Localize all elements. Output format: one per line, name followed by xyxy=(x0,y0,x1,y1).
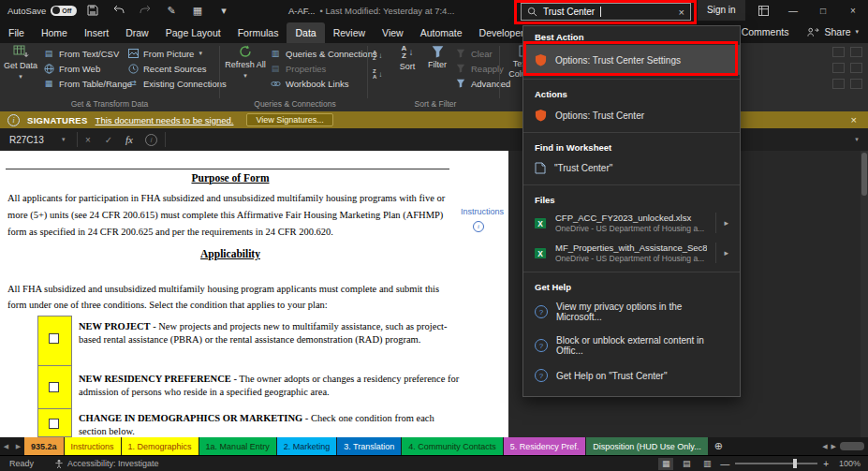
add-sheet-icon[interactable]: ⊕ xyxy=(709,437,728,455)
clear-filter-icon xyxy=(455,49,466,58)
enter-icon[interactable]: ✓ xyxy=(98,135,119,145)
normal-view-icon[interactable]: ▦ xyxy=(658,458,673,470)
sheet-tab-marketing[interactable]: 2. Marketing xyxy=(277,437,337,455)
get-data-button[interactable]: Get Data ▾ xyxy=(2,45,39,97)
tab-scroll-left-icon[interactable]: ◀ xyxy=(0,437,12,455)
page-layout-view-icon[interactable]: ▤ xyxy=(679,458,694,470)
last-modified-text: • Last Modified: Yesterday at 7:4... xyxy=(320,6,455,16)
queries-connections-button[interactable]: ▥Queries & Connections xyxy=(270,48,377,59)
customize-qat-icon[interactable]: ▾ xyxy=(217,5,230,17)
sort-z-to-a-button[interactable]: ZA↓ xyxy=(373,68,382,80)
filter-button[interactable]: Filter xyxy=(423,45,451,97)
ribbon-tab-data[interactable]: Data xyxy=(287,22,324,43)
sheet-tab-935-2a[interactable]: 935.2a xyxy=(24,437,64,455)
existing-connections-button[interactable]: ⇄Existing Connections xyxy=(127,78,227,89)
view-signatures-button[interactable]: View Signatures... xyxy=(246,113,332,126)
recent-sources-button[interactable]: Recent Sources xyxy=(127,63,227,74)
sheet-tab-translation[interactable]: 3. Translation xyxy=(337,437,401,455)
draw-pen-icon[interactable]: ✎ xyxy=(165,5,178,17)
sign-in-button[interactable]: Sign in xyxy=(698,0,745,21)
ribbon-tab-insert[interactable]: Insert xyxy=(76,22,117,43)
help-get-help-trust-center[interactable]: ? Get Help on "Trust Center" xyxy=(523,362,740,389)
horizontal-scrollbar-thumb[interactable] xyxy=(840,442,864,450)
insert-function-icon[interactable]: fx xyxy=(119,134,140,145)
close-button[interactable]: × xyxy=(838,0,868,21)
hscroll-left-icon[interactable]: ◀ xyxy=(822,443,827,450)
worksheet[interactable]: Purpose of Form All applicants for parti… xyxy=(0,151,508,437)
sheet-tab-community-contacts[interactable]: 4. Community Contacts xyxy=(402,437,503,455)
search-input[interactable]: Trust Center × xyxy=(521,3,691,21)
sheet-tab-instructions[interactable]: Instructions xyxy=(65,437,121,455)
tab-scroll-right-icon[interactable]: ▶ xyxy=(12,437,24,455)
accessibility-checker-button[interactable]: Accessibility: Investigate xyxy=(54,459,159,469)
from-picture-button[interactable]: From Picture▾ xyxy=(127,48,227,59)
zoom-level[interactable]: 100% xyxy=(834,459,861,468)
sheet-tab-disposition[interactable]: Disposition (HUD Use Only... xyxy=(586,437,707,455)
ribbon-tab-review[interactable]: Review xyxy=(325,22,374,43)
sort-button[interactable]: AZ↓ Sort xyxy=(393,45,421,97)
from-table-range-button[interactable]: ▦From Table/Range xyxy=(43,78,132,89)
vertical-scrollbar[interactable] xyxy=(861,151,868,437)
picture-icon xyxy=(127,49,139,58)
workbook-links-button[interactable]: Workbook Links xyxy=(270,78,377,89)
minimize-button[interactable]: — xyxy=(778,0,808,21)
refresh-all-button[interactable]: Refresh All ▾ xyxy=(225,45,266,97)
sheet-tab-manual-entry[interactable]: 1a. Manual Entry xyxy=(199,437,276,455)
instructions-info-icon[interactable]: i xyxy=(473,221,484,232)
cancel-icon[interactable]: × xyxy=(78,135,98,145)
redo-icon[interactable] xyxy=(139,5,152,16)
reapply-filter-button[interactable]: Reapply xyxy=(455,63,510,74)
share-button[interactable]: Share ▾ xyxy=(798,21,868,43)
autosave-control[interactable]: AutoSave Off xyxy=(7,0,77,21)
checkbox-new-project[interactable] xyxy=(49,333,59,344)
zoom-in-icon[interactable]: + xyxy=(823,459,829,469)
find-trust-center-item[interactable]: "Trust Center" xyxy=(523,155,740,181)
ribbon-tab-view[interactable]: View xyxy=(374,22,412,43)
submenu-arrow-icon[interactable]: ▸ xyxy=(715,213,728,233)
expand-formula-bar-icon[interactable]: ▾ xyxy=(846,136,868,143)
ribbon-tab-formulas[interactable]: Formulas xyxy=(229,22,287,43)
file-result-mf-properties[interactable]: X MF_Properties_with_Assistance_Sec8_Co.… xyxy=(523,238,740,268)
instructions-link[interactable]: Instructions xyxy=(461,207,504,216)
submenu-arrow-icon[interactable]: ▸ xyxy=(715,243,728,263)
sheet-tab-demographics[interactable]: 1. Demographics xyxy=(122,437,199,455)
ribbon-tab-home[interactable]: Home xyxy=(33,22,76,43)
sort-a-to-z-button[interactable]: AZ↓ xyxy=(373,50,382,61)
properties-button[interactable]: ▤Properties xyxy=(270,63,377,74)
undo-icon[interactable] xyxy=(112,5,125,16)
help-privacy-options[interactable]: ? View my privacy options in the Microso… xyxy=(523,295,740,329)
checkbox-change-demographics[interactable] xyxy=(49,419,59,429)
refresh-icon xyxy=(239,45,252,58)
page-break-view-icon[interactable]: ▥ xyxy=(699,458,714,470)
ribbon-tab-draw[interactable]: Draw xyxy=(117,22,157,43)
sheet-tab-residency-pref[interactable]: 5. Residency Pref. xyxy=(504,437,586,455)
zoom-out-icon[interactable]: — xyxy=(720,459,729,469)
maximize-button[interactable]: □ xyxy=(808,0,838,21)
hscroll-right-icon[interactable]: ▶ xyxy=(831,443,836,450)
ribbon-tab-automate[interactable]: Automate xyxy=(412,22,471,43)
zoom-slider[interactable] xyxy=(735,463,817,464)
zoom-slider-thumb[interactable] xyxy=(793,459,797,468)
ribbon-tab-page-layout[interactable]: Page Layout xyxy=(157,22,229,43)
file-result-cfp-acc[interactable]: X CFP_ACC_FY2023_unlocked.xlsxOneDrive -… xyxy=(523,208,740,238)
clear-search-icon[interactable]: × xyxy=(679,7,684,18)
close-message-bar-icon[interactable]: × xyxy=(851,114,861,125)
get-data-icon xyxy=(13,45,29,59)
autosave-toggle[interactable]: Off xyxy=(51,6,77,16)
ribbon-tab-file[interactable]: File xyxy=(0,22,33,43)
help-block-external-content[interactable]: ? Block or unblock external content in O… xyxy=(523,329,740,362)
name-box-dropdown-icon[interactable]: ▾ xyxy=(62,136,77,143)
advanced-filter-button[interactable]: Advanced xyxy=(455,78,510,89)
checkbox-new-residency-preference[interactable] xyxy=(49,382,59,392)
from-text-csv-button[interactable]: ▤From Text/CSV xyxy=(43,48,132,59)
ribbon-display-options-icon[interactable] xyxy=(748,0,778,21)
save-icon[interactable] xyxy=(86,5,99,16)
best-action-trust-center-settings[interactable]: Options: Trust Center Settings xyxy=(523,45,740,75)
table-icon[interactable]: ▦ xyxy=(191,5,204,17)
name-box[interactable]: R27C13 xyxy=(0,135,62,145)
from-web-button[interactable]: From Web xyxy=(43,63,132,74)
clear-filter-button[interactable]: Clear xyxy=(455,48,510,59)
action-options-trust-center[interactable]: Options: Trust Center xyxy=(523,102,740,128)
globe-icon xyxy=(43,64,54,74)
vertical-scrollbar-thumb[interactable] xyxy=(861,153,867,196)
